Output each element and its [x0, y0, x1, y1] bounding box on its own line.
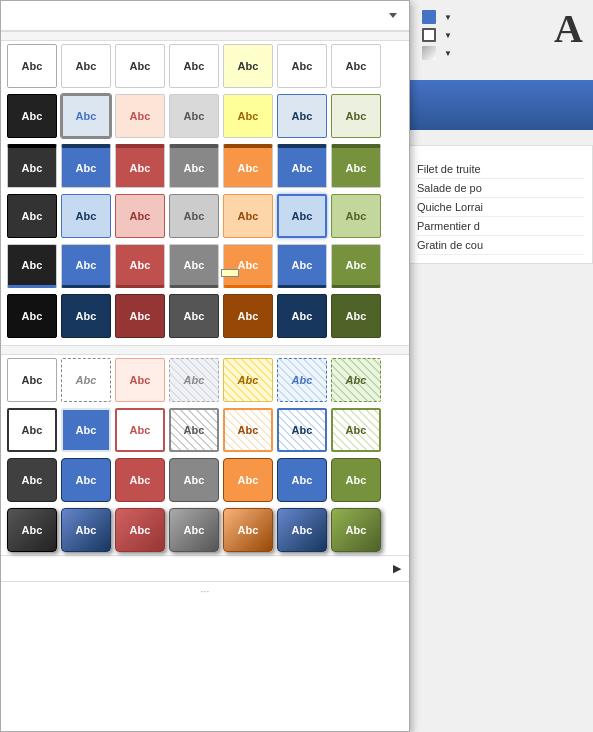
- style-btn-t3-4[interactable]: Abc: [169, 144, 219, 188]
- style-btn-p1-7[interactable]: Abc: [331, 358, 381, 402]
- style-btn-t1-6[interactable]: Abc: [277, 44, 327, 88]
- style-btn-p2-1[interactable]: Abc: [7, 408, 57, 452]
- theme-row-5: Abc Abc Abc Abc Abc Abc Abc: [1, 241, 409, 291]
- style-btn-p2-3[interactable]: Abc: [115, 408, 165, 452]
- right-panel: ▼ ▼ ▼ A Filet de truite Salade de po Qui…: [408, 0, 593, 732]
- contour-arrow: ▼: [444, 31, 452, 40]
- remplissage-arrow: ▼: [444, 13, 452, 22]
- style-btn-t4-4[interactable]: Abc: [169, 194, 219, 238]
- style-btn-p4-6[interactable]: Abc: [277, 508, 327, 552]
- style-btn-p1-2[interactable]: Abc: [61, 358, 111, 402]
- style-btn-p1-3[interactable]: Abc: [115, 358, 165, 402]
- liste-item-2: Salade de po: [417, 179, 584, 198]
- theme-styles-header: [1, 31, 409, 41]
- style-btn-t5-5[interactable]: Abc: [223, 244, 273, 288]
- style-btn-t1-1[interactable]: Abc: [7, 44, 57, 88]
- style-btn-t2-1[interactable]: Abc: [7, 94, 57, 138]
- style-btn-t5-1[interactable]: Abc: [7, 244, 57, 288]
- pred-row-4: Abc Abc Abc Abc Abc Abc Abc: [1, 505, 409, 555]
- style-btn-t6-6[interactable]: Abc: [277, 294, 327, 338]
- style-btn-t2-3[interactable]: Abc: [115, 94, 165, 138]
- tous-button[interactable]: [383, 11, 401, 20]
- style-btn-t3-5[interactable]: Abc: [223, 144, 273, 188]
- style-btn-t2-2[interactable]: Abc: [61, 94, 111, 138]
- effets-arrow: ▼: [444, 49, 452, 58]
- style-btn-t6-1[interactable]: Abc: [7, 294, 57, 338]
- style-btn-t5-7[interactable]: Abc: [331, 244, 381, 288]
- style-btn-p1-1[interactable]: Abc: [7, 358, 57, 402]
- style-btn-t4-2[interactable]: Abc: [61, 194, 111, 238]
- pred-row-2: Abc Abc Abc Abc Abc Abc Abc: [1, 405, 409, 455]
- style-btn-p3-6[interactable]: Abc: [277, 458, 327, 502]
- style-btn-p4-5[interactable]: Abc: [223, 508, 273, 552]
- style-btn-p2-7[interactable]: Abc: [331, 408, 381, 452]
- style-btn-t3-3[interactable]: Abc: [115, 144, 165, 188]
- dropdown-panel: Abc Abc Abc Abc Abc Abc Abc Abc Abc Abc: [0, 0, 410, 732]
- style-btn-p3-7[interactable]: Abc: [331, 458, 381, 502]
- style-btn-p2-4[interactable]: Abc: [169, 408, 219, 452]
- liste-item-5: Gratin de cou: [417, 236, 584, 255]
- tous-dropdown-arrow: [389, 13, 397, 18]
- style-btn-t4-3[interactable]: Abc: [115, 194, 165, 238]
- blue-header: [408, 80, 593, 130]
- style-btn-t1-2[interactable]: Abc: [61, 44, 111, 88]
- footer-dots: ···: [1, 581, 409, 601]
- style-btn-p1-4[interactable]: Abc: [169, 358, 219, 402]
- style-btn-t6-4[interactable]: Abc: [169, 294, 219, 338]
- style-btn-p4-2[interactable]: Abc: [61, 508, 111, 552]
- style-btn-p3-3[interactable]: Abc: [115, 458, 165, 502]
- style-btn-t3-1[interactable]: Abc: [7, 144, 57, 188]
- style-btn-t2-6[interactable]: Abc: [277, 94, 327, 138]
- style-btn-t1-5[interactable]: Abc: [223, 44, 273, 88]
- liste-item-3: Quiche Lorrai: [417, 198, 584, 217]
- style-btn-p1-6[interactable]: Abc: [277, 358, 327, 402]
- style-btn-p3-5[interactable]: Abc: [223, 458, 273, 502]
- style-btn-t5-6[interactable]: Abc: [277, 244, 327, 288]
- style-btn-t6-7[interactable]: Abc: [331, 294, 381, 338]
- style-btn-p3-4[interactable]: Abc: [169, 458, 219, 502]
- style-btn-t1-4[interactable]: Abc: [169, 44, 219, 88]
- style-btn-t2-5[interactable]: Abc: [223, 94, 273, 138]
- contour-icon: [422, 28, 436, 42]
- pred-row-3: Abc Abc Abc Abc Abc Abc Abc: [1, 455, 409, 505]
- style-btn-t4-7[interactable]: Abc: [331, 194, 381, 238]
- style-btn-t4-6[interactable]: Abc: [277, 194, 327, 238]
- style-btn-t5-3[interactable]: Abc: [115, 244, 165, 288]
- style-btn-p2-5[interactable]: Abc: [223, 408, 273, 452]
- style-btn-t3-2[interactable]: Abc: [61, 144, 111, 188]
- theme-row-6: Abc Abc Abc Abc Abc Abc Abc: [1, 291, 409, 341]
- pred-row-1: Abc Abc Abc Abc Abc Abc Abc: [1, 355, 409, 405]
- liste-section: Filet de truite Salade de po Quiche Lorr…: [408, 145, 593, 264]
- liste-item-4: Parmentier d: [417, 217, 584, 236]
- style-btn-p2-2[interactable]: Abc: [61, 408, 111, 452]
- style-btn-p3-2[interactable]: Abc: [61, 458, 111, 502]
- style-btn-t3-6[interactable]: Abc: [277, 144, 327, 188]
- style-btn-t3-7[interactable]: Abc: [331, 144, 381, 188]
- style-btn-p4-4[interactable]: Abc: [169, 508, 219, 552]
- footer-arrow: ▶: [393, 562, 401, 575]
- predefined-styles-header: [1, 345, 409, 355]
- style-btn-t4-1[interactable]: Abc: [7, 194, 57, 238]
- style-btn-p3-1[interactable]: Abc: [7, 458, 57, 502]
- style-btn-p4-7[interactable]: Abc: [331, 508, 381, 552]
- style-btn-p4-1[interactable]: Abc: [7, 508, 57, 552]
- theme-row-4: Abc Abc Abc Abc Abc Abc Abc: [1, 191, 409, 241]
- style-btn-p4-3[interactable]: Abc: [115, 508, 165, 552]
- style-btn-p1-5[interactable]: Abc: [223, 358, 273, 402]
- style-btn-t5-4[interactable]: Abc: [169, 244, 219, 288]
- style-btn-t2-4[interactable]: Abc: [169, 94, 219, 138]
- style-btn-t6-2[interactable]: Abc: [61, 294, 111, 338]
- autres-themes-footer[interactable]: ▶: [1, 555, 409, 581]
- style-btn-t2-7[interactable]: Abc: [331, 94, 381, 138]
- top-bar: [1, 1, 409, 31]
- style-btn-t6-3[interactable]: Abc: [115, 294, 165, 338]
- theme-row-3: Abc Abc Abc Abc Abc Abc Abc: [1, 141, 409, 191]
- style-btn-t1-3[interactable]: Abc: [115, 44, 165, 88]
- style-btn-t1-7[interactable]: Abc: [331, 44, 381, 88]
- style-btn-p2-6[interactable]: Abc: [277, 408, 327, 452]
- theme-row-1: Abc Abc Abc Abc Abc Abc Abc: [1, 41, 409, 91]
- style-btn-t6-5[interactable]: Abc: [223, 294, 273, 338]
- style-btn-t4-5[interactable]: Abc: [223, 194, 273, 238]
- style-btn-t5-2[interactable]: Abc: [61, 244, 111, 288]
- effets-icon: [422, 46, 436, 60]
